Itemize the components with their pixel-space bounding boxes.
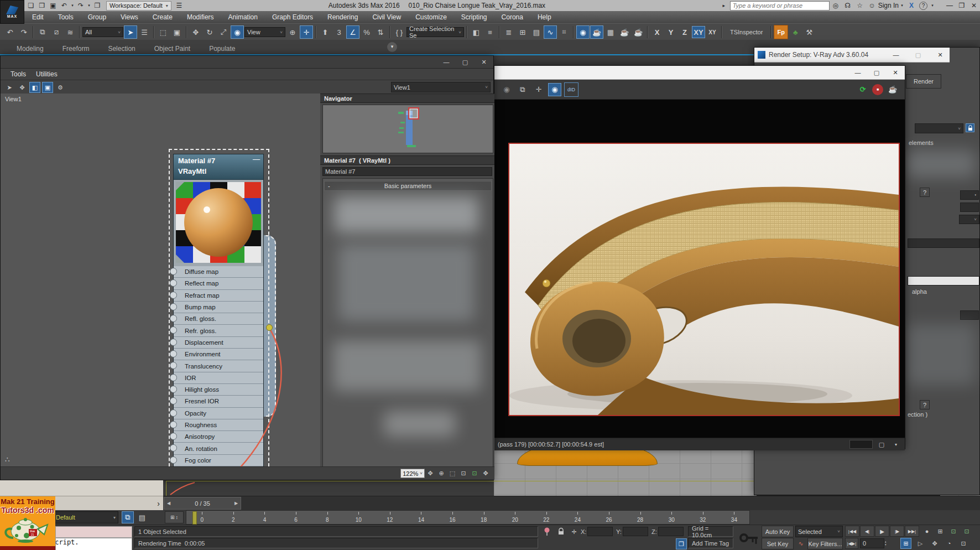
trackbar[interactable]: ◀ 0 / 35 ▶ — [163, 496, 980, 511]
vfb-stop-icon[interactable]: ■ — [872, 84, 883, 95]
select-and-rotate-icon[interactable]: ↻ — [203, 25, 216, 39]
save-icon[interactable]: ▣ — [48, 1, 59, 11]
plane-constraint-dropdown[interactable]: XY — [706, 26, 719, 38]
set-key-button[interactable]: Set Key — [762, 538, 794, 549]
forest-tools-icon[interactable]: ♣ — [789, 25, 802, 39]
x-coordinate-field[interactable] — [587, 527, 613, 536]
slate-zoom-extents-icon[interactable]: ⊡ — [458, 468, 469, 479]
minimize-icon[interactable]: — — [887, 48, 905, 62]
select-object-icon[interactable]: ➤ — [124, 25, 137, 39]
slate-show-shaded-icon[interactable]: ◧ — [29, 82, 40, 93]
minimize-icon[interactable]: — — [848, 66, 867, 79]
y-coordinate-field[interactable] — [623, 527, 648, 536]
rs-spinner-field-2[interactable] — [960, 203, 979, 212]
workspace-box-icon[interactable]: ⊡ — [948, 526, 959, 537]
slate-pick-material-icon[interactable]: ✥ — [17, 82, 28, 93]
minimize-icon[interactable]: — — [437, 56, 456, 68]
play-button[interactable]: ▶ — [875, 526, 889, 537]
axis-z-button[interactable]: Z — [678, 26, 691, 38]
vfb-track-mouse-icon[interactable]: ✛ — [532, 83, 545, 96]
search-icon[interactable]: ◎ — [830, 1, 842, 10]
ribbon-toggle-icon[interactable]: ▤ — [530, 25, 543, 39]
selection-lock-icon[interactable] — [557, 527, 565, 536]
menu-item[interactable]: Customize — [409, 11, 453, 23]
undo-dropdown-icon[interactable]: ▾ — [70, 1, 75, 11]
maximize-icon[interactable]: ▢ — [867, 66, 886, 79]
vfb-refresh-icon[interactable]: ⟳ — [856, 83, 869, 96]
named-selection-dropdown[interactable]: Create Selection Se˅ — [406, 27, 464, 37]
3ds-max-logo[interactable]: MAX — [0, 0, 24, 24]
material-params-header[interactable]: Material #7 ( VRayMtl ) — [320, 155, 494, 165]
previous-frame-button[interactable]: ◀| — [860, 526, 874, 537]
menu-item[interactable]: Scripting — [455, 11, 494, 23]
vfb-image-area[interactable] — [494, 100, 905, 438]
menu-item[interactable]: Animation — [222, 11, 264, 23]
current-frame-marker[interactable] — [192, 511, 197, 525]
time-slider[interactable]: ◀ 0 / 35 ▶ — [164, 497, 241, 510]
mini-curve-editor-button[interactable]: ⊞↕ — [165, 511, 184, 523]
time-configuration-icon[interactable]: ⊞ — [935, 526, 946, 537]
scroll-right-icon[interactable]: › — [157, 499, 160, 508]
selection-filter-dropdown[interactable]: All˅ — [82, 27, 123, 37]
search-input[interactable] — [730, 1, 830, 11]
unlink-selection-icon[interactable]: ⧄ — [50, 25, 63, 39]
snap-toggle-3d-icon[interactable]: 3 — [332, 25, 346, 39]
rs-help-button-2[interactable]: ? — [920, 400, 930, 409]
menu-item[interactable]: Tools — [51, 11, 80, 23]
rs-white-field[interactable] — [908, 276, 979, 286]
project-folder-icon[interactable]: ❐ — [92, 1, 103, 11]
axis-x-button[interactable]: X — [650, 26, 664, 38]
go-to-start-button[interactable]: |◀◀ — [845, 526, 859, 537]
undo-arrow-icon[interactable]: ↶ — [3, 25, 17, 39]
help-icon[interactable]: ? — [919, 2, 927, 10]
rs-spinner-field[interactable]: ▾ — [960, 190, 979, 200]
restore-button[interactable]: ❐ — [956, 1, 968, 10]
rectangular-selection-region-icon[interactable]: ⬚ — [157, 25, 170, 39]
render-iterative-icon[interactable]: ☕ — [632, 25, 645, 39]
rs-path-field[interactable] — [908, 238, 979, 248]
spinner-snap-icon[interactable]: ⇅ — [374, 25, 387, 39]
rs-spinner-field-3[interactable] — [960, 310, 979, 320]
maximize-viewport-icon[interactable]: ⊡ — [958, 538, 969, 549]
slate-view-dropdown[interactable]: View1 ˅ — [391, 82, 491, 92]
curve-editor-icon[interactable]: ∿ — [544, 25, 557, 39]
vfb-sphere-icon[interactable]: ◉ — [500, 83, 513, 96]
slate-titlebar[interactable]: — ▢ ✕ — [1, 56, 493, 69]
slate-zoom-extents-selected-icon[interactable]: ⊡ — [469, 468, 480, 479]
layer-dropdown[interactable]: Default ▾ — [53, 511, 118, 523]
play-selected-icon[interactable]: ▷ — [915, 538, 926, 549]
menu-item[interactable]: Create — [146, 11, 179, 23]
transform-type-in-icon[interactable]: ✛ — [569, 526, 580, 537]
slate-menu-item[interactable]: Utilities — [32, 70, 62, 78]
layer-manager-icon[interactable]: ≣ — [502, 25, 515, 39]
z-coordinate-field[interactable] — [658, 527, 684, 536]
communication-center-icon[interactable]: ☊ — [842, 1, 854, 10]
go-to-end-button[interactable]: ▶▶| — [905, 526, 919, 537]
menu-item[interactable]: Group — [81, 11, 113, 23]
keyboard-shortcut-override-icon[interactable]: ⬆ — [319, 25, 332, 39]
exchange-icon[interactable]: X — [905, 1, 918, 10]
pan-view-icon[interactable]: ✥ — [929, 538, 940, 549]
redo-arrow-icon[interactable]: ↷ — [17, 25, 30, 39]
schematic-view-icon[interactable]: ⌗ — [557, 25, 571, 39]
rs-help-button[interactable]: ? — [920, 188, 930, 197]
vfb-render-last-icon[interactable]: ☕ — [886, 83, 899, 96]
footprints-icon[interactable]: ∴ — [5, 455, 9, 464]
ribbon-tab[interactable]: Freeform — [54, 43, 98, 54]
rs-preset-dropdown[interactable]: ˅ — [915, 123, 963, 133]
menu-item[interactable]: Views — [114, 11, 145, 23]
auto-key-button[interactable]: Auto Key — [762, 526, 794, 537]
slate-zoom-region-icon[interactable]: ⬚ — [447, 468, 458, 479]
time-back-icon[interactable]: ◀ — [164, 501, 173, 506]
undo-icon[interactable]: ↶ — [59, 1, 70, 11]
navigator-header[interactable]: Navigator — [320, 94, 494, 103]
pin-icon[interactable] — [544, 527, 550, 536]
menu-item[interactable]: Corona — [495, 11, 530, 23]
current-frame-field[interactable]: 0 — [860, 538, 884, 548]
frame-spinner[interactable]: ▾▾ — [885, 538, 887, 548]
vfb-titlebar[interactable]: — ▢ ✕ — [494, 66, 905, 80]
use-pivot-center-icon[interactable]: ⊕ — [286, 25, 299, 39]
menu-item[interactable]: Civil View — [366, 11, 408, 23]
menu-item[interactable]: Rendering — [321, 11, 364, 23]
time-tag-icon[interactable]: ❐ — [676, 538, 687, 549]
